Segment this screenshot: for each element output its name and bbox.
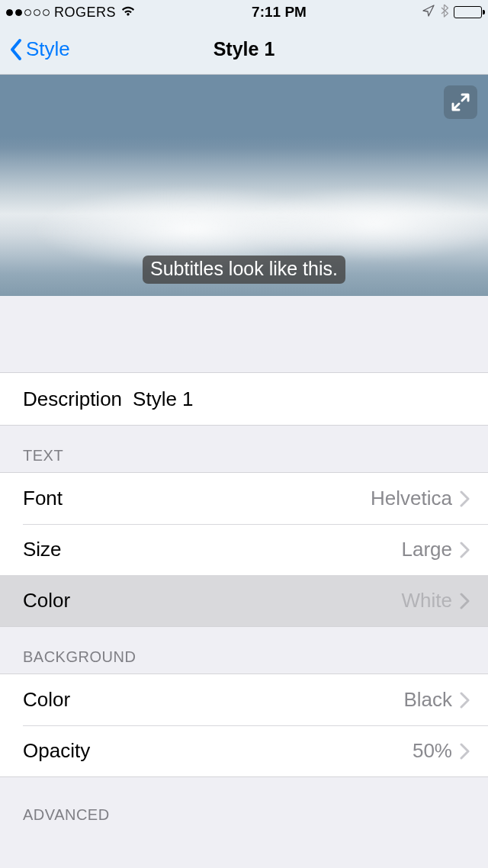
bg-color-row[interactable]: Color Black	[0, 674, 488, 725]
clock: 7:11 PM	[252, 4, 307, 21]
battery-icon	[454, 6, 482, 18]
status-right	[422, 4, 482, 21]
bg-color-label: Color	[23, 688, 70, 712]
chevron-left-icon	[9, 38, 23, 61]
subtitle-preview: Subtitles look like this.	[0, 75, 488, 296]
opacity-label: Opacity	[23, 739, 90, 763]
wifi-icon	[120, 5, 136, 21]
bg-color-value: Black	[403, 688, 452, 712]
page-title: Style 1	[0, 38, 488, 60]
size-row[interactable]: Size Large	[0, 524, 488, 575]
spacer	[0, 296, 488, 372]
status-bar: ROGERS 7:11 PM	[0, 0, 488, 24]
chevron-right-icon	[460, 490, 470, 507]
location-icon	[422, 5, 435, 21]
expand-button[interactable]	[444, 85, 477, 119]
opacity-row[interactable]: Opacity 50%	[0, 725, 488, 776]
chevron-right-icon	[460, 542, 470, 558]
font-value: Helvetica	[371, 487, 452, 510]
chevron-right-icon	[460, 692, 470, 709]
section-header-background: BACKGROUND	[0, 627, 488, 674]
bluetooth-icon	[440, 4, 448, 21]
font-label: Font	[23, 487, 63, 510]
status-left: ROGERS	[6, 5, 136, 21]
font-row[interactable]: Font Helvetica	[0, 473, 488, 524]
text-color-value: White	[402, 589, 452, 612]
expand-icon	[451, 92, 470, 112]
description-row[interactable]: Description Style 1	[0, 373, 488, 425]
text-color-row[interactable]: Color White	[0, 575, 488, 626]
text-color-label: Color	[23, 589, 70, 612]
back-button[interactable]: Style	[9, 37, 70, 61]
chevron-right-icon	[460, 593, 470, 609]
section-header-text: TEXT	[0, 426, 488, 472]
description-value: Style 1	[133, 387, 194, 411]
chevron-right-icon	[460, 743, 470, 760]
size-value: Large	[402, 538, 453, 561]
description-label: Description	[23, 387, 122, 411]
signal-strength-icon	[6, 9, 50, 16]
size-label: Size	[23, 538, 62, 561]
back-label: Style	[26, 37, 70, 61]
opacity-value: 50%	[413, 739, 452, 763]
nav-bar: Style Style 1	[0, 24, 488, 75]
subtitle-sample: Subtitles look like this.	[143, 256, 345, 284]
section-header-advanced: ADVANCED	[0, 777, 488, 831]
carrier-label: ROGERS	[54, 5, 116, 21]
